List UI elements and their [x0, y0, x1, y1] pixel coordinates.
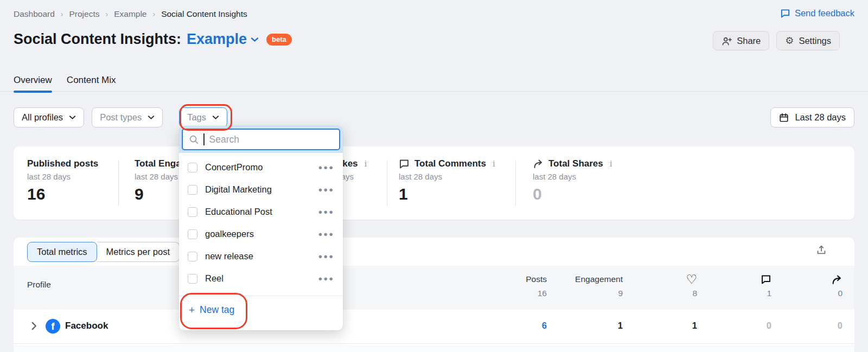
chevron-down-icon [212, 115, 219, 120]
engagement-column-label: Engagement [575, 273, 623, 286]
tags-search-input[interactable]: Search [182, 129, 340, 150]
info-icon[interactable]: i [365, 159, 367, 169]
stat-label: Total Comments i [399, 158, 495, 169]
tag-item-educational-post[interactable]: Educational Post ●●● [179, 201, 343, 223]
cell-posts[interactable]: 6 [542, 321, 547, 331]
send-feedback-label: Send feedback [795, 8, 854, 18]
send-feedback-link[interactable]: Send feedback [780, 8, 854, 18]
checkbox[interactable] [188, 185, 197, 195]
post-types-dropdown[interactable]: Post types [92, 107, 163, 127]
breadcrumb-dashboard[interactable]: Dashboard [14, 9, 55, 19]
column-shares: 0 [831, 273, 843, 298]
column-posts: Posts 16 [526, 273, 547, 298]
checkbox[interactable] [188, 163, 197, 172]
social-content-insights-page: Dashboard › Projects › Example › Social … [0, 0, 868, 352]
chevron-down-icon [69, 115, 76, 120]
more-options-icon[interactable]: ●●● [318, 208, 334, 216]
info-icon[interactable]: i [493, 159, 495, 169]
add-person-icon [722, 36, 732, 46]
next-table-row-partial [14, 344, 854, 352]
tag-item-digital-marketing[interactable]: Digital Marketing ●●● [179, 178, 343, 201]
project-selector[interactable]: Example [187, 31, 259, 48]
tag-label: Digital Marketing [205, 184, 310, 195]
stat-published-posts: Published posts last 28 days 16 [27, 158, 98, 203]
engagement-column-total: 9 [575, 289, 623, 298]
stat-divider [515, 160, 516, 206]
tag-item-concertpromo[interactable]: ConcertPromo ●●● [179, 156, 343, 178]
profiles-table-card: Total metrics Metrics per post Profile P… [14, 238, 854, 352]
tag-label: ConcertPromo [205, 162, 310, 172]
more-options-icon[interactable]: ●●● [318, 185, 334, 194]
more-options-icon[interactable]: ●●● [318, 252, 334, 260]
chevron-down-icon [251, 37, 259, 42]
stat-period: last 28 days [27, 172, 98, 181]
tags-dropdown-button[interactable]: Tags [179, 107, 227, 127]
toggle-metrics-per-post[interactable]: Metrics per post [97, 242, 180, 262]
breadcrumb-separator-icon: › [61, 10, 63, 18]
column-likes: ♡ 8 [686, 273, 697, 298]
settings-button-label: Settings [799, 36, 831, 46]
comment-bubble-icon [761, 274, 771, 285]
search-placeholder: Search [209, 134, 239, 145]
stat-total-comments: Total Comments i last 28 days 1 [399, 158, 495, 203]
cell-engagement: 1 [618, 321, 623, 331]
more-options-icon[interactable]: ●●● [318, 230, 334, 238]
more-options-icon[interactable]: ●●● [318, 274, 334, 283]
plus-icon: + [189, 305, 195, 315]
beta-badge: beta [266, 34, 292, 46]
all-profiles-dropdown[interactable]: All profiles [14, 107, 84, 127]
share-arrow-icon [831, 274, 843, 285]
tag-label: new release [205, 251, 310, 261]
tag-label: Educational Post [205, 207, 310, 217]
all-profiles-label: All profiles [22, 112, 63, 123]
tags-label: Tags [187, 112, 206, 123]
checkbox[interactable] [188, 252, 197, 261]
stat-value: 1 [399, 185, 495, 203]
checkbox[interactable] [188, 207, 197, 217]
date-range-button[interactable]: Last 28 days [770, 107, 854, 127]
date-range-label: Last 28 days [795, 112, 846, 123]
filter-row: All profiles Post types Tags [14, 107, 227, 127]
more-options-icon[interactable]: ●●● [318, 163, 334, 171]
stat-period: last 28 days [533, 172, 612, 181]
column-profile: Profile [27, 280, 51, 290]
stat-divider [118, 160, 119, 206]
header-actions: Share ⚙ Settings [713, 31, 840, 50]
tag-item-new-release[interactable]: new release ●●● [179, 245, 343, 267]
table-header-row: Profile Posts 16 Engagement 9 ♡ 8 1 [14, 266, 854, 310]
stats-summary-card: Published posts last 28 days 16 Total En… [14, 146, 854, 220]
posts-column-label: Posts [526, 273, 547, 286]
tag-label: goalkeepers [205, 229, 310, 239]
checkbox[interactable] [188, 229, 197, 239]
stat-label: Total Shares i [533, 158, 612, 169]
tag-item-goalkeepers[interactable]: goalkeepers ●●● [179, 223, 343, 245]
breadcrumb-example[interactable]: Example [114, 9, 146, 19]
stat-value: 16 [27, 185, 98, 203]
search-icon [189, 135, 199, 144]
facebook-icon: f [46, 319, 60, 334]
cell-likes: 1 [692, 321, 697, 331]
info-icon[interactable]: i [610, 159, 612, 169]
table-row-facebook[interactable]: f Facebook 6 1 1 0 0 [14, 310, 854, 344]
expand-chevron-icon[interactable] [31, 321, 37, 331]
chevron-down-icon [148, 115, 155, 120]
tab-content-mix[interactable]: Content Mix [67, 75, 116, 93]
export-button[interactable] [815, 244, 827, 256]
stat-period: last 28 days [399, 172, 495, 181]
breadcrumb: Dashboard › Projects › Example › Social … [14, 9, 247, 19]
settings-button[interactable]: ⚙ Settings [776, 31, 840, 50]
share-button[interactable]: Share [713, 31, 769, 50]
share-button-label: Share [737, 36, 761, 46]
tab-overview[interactable]: Overview [14, 75, 52, 93]
breadcrumb-projects[interactable]: Projects [69, 9, 100, 19]
profile-name: Facebook [65, 321, 108, 331]
stat-divider [387, 160, 387, 206]
toggle-total-metrics[interactable]: Total metrics [27, 242, 97, 262]
likes-column-total: 8 [686, 289, 697, 298]
comments-column-total: 1 [761, 289, 771, 298]
tag-item-reel[interactable]: Reel ●●● [179, 267, 343, 290]
new-tag-button[interactable]: + New tag [179, 296, 343, 324]
checkbox[interactable] [188, 274, 197, 284]
share-arrow-icon [533, 158, 544, 169]
stat-label: Published posts [27, 158, 98, 169]
